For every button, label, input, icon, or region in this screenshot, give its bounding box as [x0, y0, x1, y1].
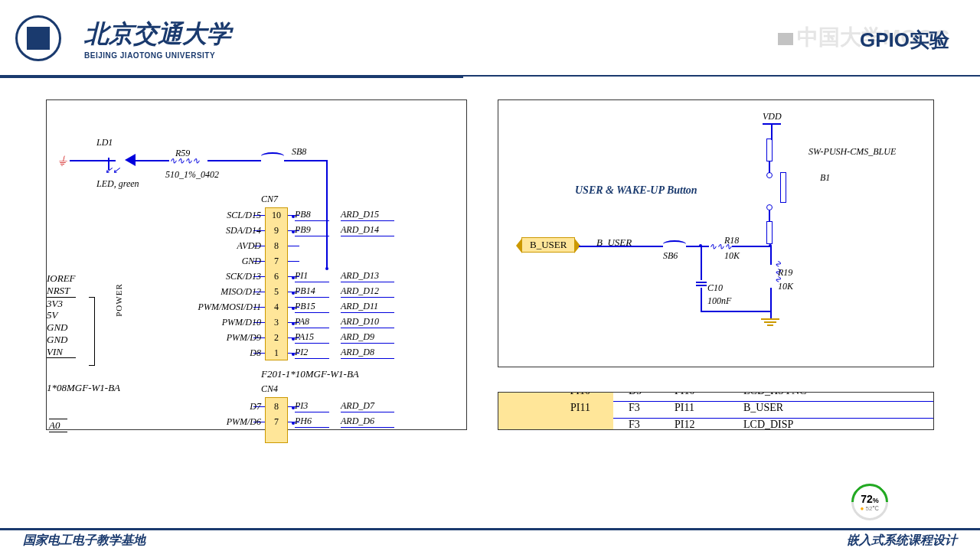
mgf-label: 1*08MGF-W1-BA — [47, 382, 120, 394]
pin-mapping-table: PI10 D5 PI10 LCD_HSYNC PI11 F3 PI11 B_US… — [498, 392, 934, 430]
c10-ref: C10 — [707, 282, 723, 294]
university-seal-icon — [15, 15, 61, 61]
header: 北京交通大学 BEIJING JIAOTONG UNIVERSITY 中国大学M… — [0, 0, 980, 77]
vdd-label: VDD — [763, 111, 782, 122]
cn4-ref: CN4 — [261, 383, 278, 395]
led-desc: LED, green — [96, 178, 139, 190]
schematic-user-button: VDD USER & WAKE-UP Button SW-PUSH-CMS_BL… — [498, 99, 934, 367]
power-block: IOREF NRST 3V3 5V GND GND VIN — [47, 272, 76, 358]
sb8-ref: SB8 — [292, 146, 306, 158]
footer-right: 嵌入式系统课程设计 — [847, 533, 957, 549]
capacitor-icon — [696, 280, 707, 288]
slide-topic: GPIO实验 — [860, 27, 949, 54]
university-name-cn: 北京交通大学 — [84, 18, 231, 51]
switch-type: SW-PUSH-CMS_BLUE — [808, 146, 896, 158]
sb6-ref: SB6 — [663, 250, 678, 262]
ground-icon: ⏚ — [58, 152, 67, 168]
a0-label: A0 — [49, 419, 67, 432]
schematic-led-connector: LD1 LED, green ⏚ ↙↙ R59 510_1%_0402 ∿∿∿∿… — [46, 99, 467, 430]
r18-value: 10K — [724, 250, 740, 262]
r59-value: 510_1%_0402 — [165, 169, 219, 181]
footer: 国家电工电子教学基地 嵌入式系统课程设计 — [0, 528, 980, 551]
pushbutton-icon — [766, 139, 797, 238]
footer-left: 国家电工电子教学基地 — [23, 533, 145, 549]
power-label: POWER — [114, 283, 123, 317]
c10-value: 100nF — [707, 295, 731, 307]
led-icon: ↙↙ — [108, 154, 136, 170]
performance-gauge: 72% ● 52℃ — [851, 484, 888, 520]
ground-icon — [761, 318, 779, 326]
university-name-en: BEIJING JIAOTONG UNIVERSITY — [84, 51, 231, 60]
book-icon — [778, 33, 793, 45]
r19-value: 10K — [778, 281, 793, 292]
button-title: USER & WAKE-UP Button — [575, 184, 697, 197]
resistor-icon: ∿∿∿∿ — [169, 155, 200, 167]
led-ref: LD1 — [96, 137, 113, 148]
b-user-tag: B_USER — [521, 237, 575, 253]
r19-ref: R19 — [778, 267, 792, 279]
solder-bridge-icon — [663, 240, 686, 248]
cn7-footprint: F201-1*10MGF-W1-BA — [261, 368, 359, 380]
switch-ref: B1 — [820, 172, 830, 184]
solder-bridge-icon — [261, 152, 284, 160]
r18-ref: R18 — [724, 235, 739, 246]
cn7-ref: CN7 — [261, 194, 278, 205]
